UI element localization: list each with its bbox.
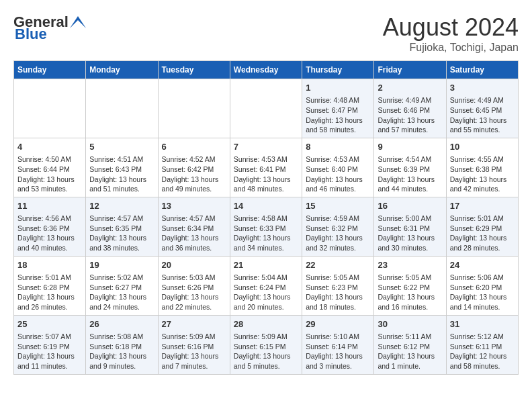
cell-info: Sunrise: 5:05 AM — [378, 273, 442, 283]
day-number: 11 — [17, 200, 82, 212]
cell-info: Sunset: 6:18 PM — [89, 342, 154, 352]
cell-info: Daylight: 13 hours — [234, 233, 298, 243]
day-number: 12 — [89, 200, 154, 212]
cell-info: Sunset: 6:22 PM — [378, 283, 442, 293]
cell-info: and 22 minutes. — [162, 302, 226, 312]
cell-info: Daylight: 13 hours — [89, 233, 154, 243]
cell-info: Daylight: 13 hours — [234, 351, 298, 361]
calendar-cell: 25Sunrise: 5:07 AMSunset: 6:19 PMDayligh… — [14, 315, 86, 374]
cell-info: Daylight: 13 hours — [162, 292, 226, 302]
calendar-cell: 27Sunrise: 5:09 AMSunset: 6:16 PMDayligh… — [158, 315, 230, 374]
day-number: 21 — [234, 259, 298, 271]
day-number: 1 — [306, 82, 370, 94]
cell-info: Sunrise: 4:57 AM — [162, 214, 226, 224]
cell-info: Sunrise: 5:00 AM — [378, 214, 442, 224]
cell-info: Sunrise: 5:02 AM — [89, 273, 154, 283]
day-number: 2 — [378, 82, 442, 94]
calendar-cell: 19Sunrise: 5:02 AMSunset: 6:27 PMDayligh… — [86, 256, 158, 315]
cell-info: Sunrise: 4:57 AM — [89, 214, 154, 224]
cell-info: Sunrise: 5:04 AM — [234, 273, 298, 283]
cell-info: Sunrise: 4:48 AM — [306, 95, 370, 105]
cell-info: Sunrise: 5:12 AM — [450, 332, 515, 342]
cell-info: Daylight: 13 hours — [450, 292, 515, 302]
calendar-cell: 23Sunrise: 5:05 AMSunset: 6:22 PMDayligh… — [374, 256, 446, 315]
cell-info: Daylight: 13 hours — [306, 116, 370, 126]
calendar-cell: 24Sunrise: 5:06 AMSunset: 6:20 PMDayligh… — [446, 256, 518, 315]
cell-info: Sunrise: 5:09 AM — [234, 332, 298, 342]
cell-info: and 58 minutes. — [450, 361, 515, 371]
calendar-cell: 18Sunrise: 5:01 AMSunset: 6:28 PMDayligh… — [14, 256, 86, 315]
cell-info: and 16 minutes. — [378, 302, 442, 312]
calendar-cell: 13Sunrise: 4:57 AMSunset: 6:34 PMDayligh… — [158, 197, 230, 256]
week-row-2: 4Sunrise: 4:50 AMSunset: 6:44 PMDaylight… — [14, 138, 519, 197]
week-row-1: 1Sunrise: 4:48 AMSunset: 6:47 PMDaylight… — [14, 79, 519, 138]
cell-info: Sunset: 6:31 PM — [378, 224, 442, 234]
cell-info: Sunset: 6:36 PM — [17, 224, 82, 234]
calendar-cell — [158, 79, 230, 138]
day-number: 30 — [378, 318, 442, 330]
cell-info: and 1 minute. — [378, 361, 442, 371]
cell-info: Sunset: 6:20 PM — [450, 283, 515, 293]
cell-info: and 51 minutes. — [89, 184, 154, 194]
calendar-cell — [14, 79, 86, 138]
cell-info: Daylight: 13 hours — [17, 175, 82, 185]
cell-info: Daylight: 13 hours — [378, 351, 442, 361]
cell-info: Sunset: 6:24 PM — [234, 283, 298, 293]
cell-info: Sunset: 6:33 PM — [234, 224, 298, 234]
cell-info: Daylight: 13 hours — [450, 116, 515, 126]
cell-info: Sunset: 6:41 PM — [234, 165, 298, 175]
day-number: 10 — [450, 141, 515, 153]
page-header: General Blue August 2024 Fujioka, Tochig… — [13, 13, 519, 54]
cell-info: Sunrise: 5:06 AM — [450, 273, 515, 283]
day-number: 5 — [89, 141, 154, 153]
col-header-friday: Friday — [374, 61, 446, 79]
cell-info: Sunrise: 4:55 AM — [450, 154, 515, 165]
cell-info: Daylight: 13 hours — [17, 351, 82, 361]
calendar-cell: 14Sunrise: 4:58 AMSunset: 6:33 PMDayligh… — [230, 197, 302, 256]
cell-info: Sunset: 6:16 PM — [162, 342, 226, 352]
cell-info: Daylight: 13 hours — [234, 292, 298, 302]
week-row-4: 18Sunrise: 5:01 AMSunset: 6:28 PMDayligh… — [14, 256, 519, 315]
col-header-saturday: Saturday — [446, 61, 518, 79]
cell-info: Sunset: 6:46 PM — [378, 105, 442, 116]
cell-info: and 5 minutes. — [234, 361, 298, 371]
cell-info: and 57 minutes. — [378, 125, 442, 135]
cell-info: Daylight: 13 hours — [450, 233, 515, 243]
cell-info: Sunrise: 5:08 AM — [89, 332, 154, 342]
cell-info: Sunset: 6:40 PM — [306, 165, 370, 175]
calendar-cell — [230, 79, 302, 138]
calendar-table: SundayMondayTuesdayWednesdayThursdayFrid… — [13, 60, 519, 375]
cell-info: and 20 minutes. — [234, 302, 298, 312]
day-number: 26 — [89, 318, 154, 330]
day-number: 25 — [17, 318, 82, 330]
cell-info: and 49 minutes. — [162, 184, 226, 194]
cell-info: Sunset: 6:45 PM — [450, 105, 515, 116]
main-title: August 2024 — [383, 13, 519, 42]
col-header-wednesday: Wednesday — [230, 61, 302, 79]
cell-info: and 32 minutes. — [306, 243, 370, 253]
week-row-3: 11Sunrise: 4:56 AMSunset: 6:36 PMDayligh… — [14, 197, 519, 256]
cell-info: Sunrise: 4:51 AM — [89, 154, 154, 165]
day-number: 24 — [450, 259, 515, 271]
cell-info: Sunset: 6:11 PM — [450, 342, 515, 352]
cell-info: Sunset: 6:29 PM — [450, 224, 515, 234]
cell-info: Sunset: 6:19 PM — [17, 342, 82, 352]
cell-info: Daylight: 13 hours — [378, 116, 442, 126]
calendar-cell: 21Sunrise: 5:04 AMSunset: 6:24 PMDayligh… — [230, 256, 302, 315]
calendar-cell: 31Sunrise: 5:12 AMSunset: 6:11 PMDayligh… — [446, 315, 518, 374]
calendar-cell: 30Sunrise: 5:11 AMSunset: 6:12 PMDayligh… — [374, 315, 446, 374]
cell-info: Daylight: 13 hours — [378, 175, 442, 185]
day-number: 9 — [378, 141, 442, 153]
cell-info: Daylight: 13 hours — [162, 175, 226, 185]
cell-info: and 44 minutes. — [378, 184, 442, 194]
cell-info: and 9 minutes. — [89, 361, 154, 371]
cell-info: Sunset: 6:23 PM — [306, 283, 370, 293]
day-number: 3 — [450, 82, 515, 94]
calendar-cell: 7Sunrise: 4:53 AMSunset: 6:41 PMDaylight… — [230, 138, 302, 197]
cell-info: Sunset: 6:26 PM — [162, 283, 226, 293]
cell-info: Daylight: 13 hours — [306, 233, 370, 243]
calendar-cell: 11Sunrise: 4:56 AMSunset: 6:36 PMDayligh… — [14, 197, 86, 256]
cell-info: Daylight: 13 hours — [378, 292, 442, 302]
cell-info: and 28 minutes. — [450, 243, 515, 253]
cell-info: Daylight: 13 hours — [17, 233, 82, 243]
